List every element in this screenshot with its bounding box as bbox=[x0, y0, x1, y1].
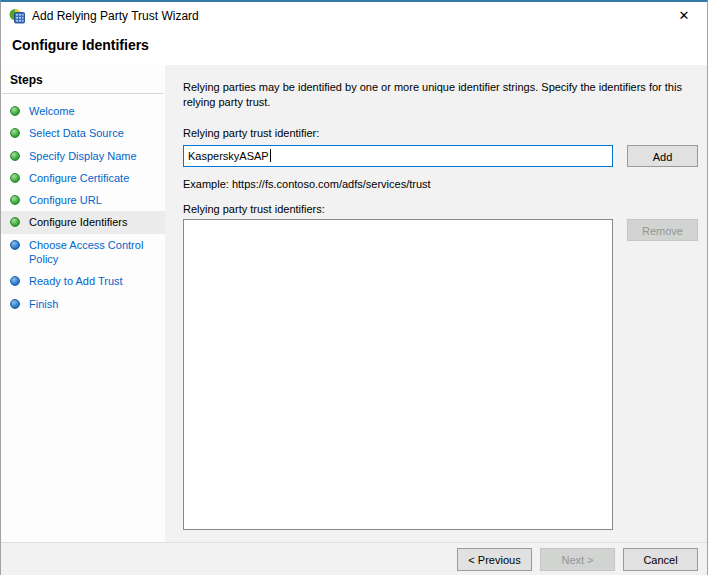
identifier-input[interactable]: KasperskyASAP bbox=[183, 145, 613, 167]
sidebar-step-welcome: Welcome bbox=[1, 100, 165, 122]
wizard-window: Add Relying Party Trust Wizard ✕ Configu… bbox=[0, 0, 708, 575]
step-label: Finish bbox=[29, 297, 58, 311]
step-label: Configure Identifiers bbox=[29, 215, 127, 229]
example-text: Example: https://fs.contoso.com/adfs/ser… bbox=[183, 178, 698, 190]
main-panel: Relying parties may be identified by one… bbox=[165, 65, 707, 542]
step-bullet-icon bbox=[10, 299, 20, 309]
remove-button[interactable]: Remove bbox=[627, 219, 698, 241]
step-label: Welcome bbox=[29, 104, 75, 118]
sidebar-step-select-data-source: Select Data Source bbox=[1, 122, 165, 144]
text-caret bbox=[270, 149, 271, 162]
step-bullet-icon bbox=[10, 173, 20, 183]
footer-button-bar: < Previous Next > Cancel bbox=[1, 542, 707, 575]
step-label: Configure Certificate bbox=[29, 171, 129, 185]
page-title: Configure Identifiers bbox=[1, 29, 707, 65]
next-button[interactable]: Next > bbox=[540, 548, 615, 571]
cancel-button[interactable]: Cancel bbox=[623, 548, 698, 571]
title-bar: Add Relying Party Trust Wizard ✕ bbox=[1, 2, 707, 29]
adfs-wizard-icon bbox=[9, 8, 25, 24]
previous-button[interactable]: < Previous bbox=[457, 548, 532, 571]
identifiers-listbox[interactable] bbox=[183, 219, 613, 530]
steps-sidebar: Steps WelcomeSelect Data SourceSpecify D… bbox=[1, 65, 165, 542]
sidebar-step-configure-certificate: Configure Certificate bbox=[1, 167, 165, 189]
sidebar-step-specify-display-name: Specify Display Name bbox=[1, 145, 165, 167]
step-label: Choose Access Control Policy bbox=[29, 238, 159, 267]
identifiers-list-label: Relying party trust identifiers: bbox=[183, 203, 698, 215]
step-label: Specify Display Name bbox=[29, 149, 137, 163]
sidebar-step-finish: Finish bbox=[1, 293, 165, 315]
add-button[interactable]: Add bbox=[627, 145, 698, 167]
sidebar-step-ready-to-add-trust: Ready to Add Trust bbox=[1, 270, 165, 292]
identifier-input-value: KasperskyASAP bbox=[188, 150, 269, 162]
step-label: Configure URL bbox=[29, 193, 102, 207]
close-icon[interactable]: ✕ bbox=[661, 2, 707, 29]
step-bullet-icon bbox=[10, 276, 20, 286]
identifier-label: Relying party trust identifier: bbox=[183, 127, 698, 139]
steps-list: WelcomeSelect Data SourceSpecify Display… bbox=[1, 94, 165, 315]
step-bullet-icon bbox=[10, 151, 20, 161]
sidebar-step-configure-url: Configure URL bbox=[1, 189, 165, 211]
steps-heading: Steps bbox=[1, 73, 165, 93]
window-title: Add Relying Party Trust Wizard bbox=[32, 9, 199, 23]
sidebar-step-choose-access-control-policy: Choose Access Control Policy bbox=[1, 234, 165, 271]
step-bullet-icon bbox=[10, 195, 20, 205]
intro-text: Relying parties may be identified by one… bbox=[183, 80, 693, 111]
step-bullet-icon bbox=[10, 240, 20, 250]
step-label: Ready to Add Trust bbox=[29, 274, 123, 288]
step-bullet-icon bbox=[10, 217, 20, 227]
step-bullet-icon bbox=[10, 106, 20, 116]
sidebar-step-configure-identifiers: Configure Identifiers bbox=[1, 211, 165, 233]
step-bullet-icon bbox=[10, 128, 20, 138]
step-label: Select Data Source bbox=[29, 126, 124, 140]
